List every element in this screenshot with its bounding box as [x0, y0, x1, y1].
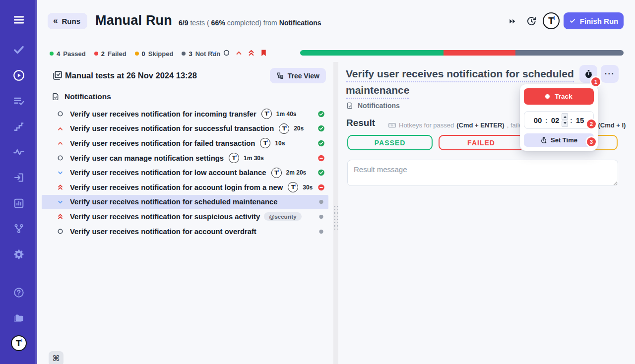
page-title: Manual Run [95, 12, 172, 29]
time-stepper: 00 : 02 : 15 [524, 111, 594, 129]
divider-grip-icon[interactable] [334, 206, 338, 230]
stopwatch-icon [584, 69, 593, 79]
test-title: Verify user receives notification for fa… [70, 139, 255, 147]
set-time-button[interactable]: Set Time [524, 133, 594, 147]
sidebar-gear-icon[interactable] [8, 244, 29, 265]
test-title: Verify user receives notification for lo… [70, 169, 266, 177]
breadcrumb[interactable]: Notifications [346, 102, 400, 110]
result-passed-button[interactable]: PASSED [347, 135, 433, 150]
more-options-button[interactable]: ··· [601, 65, 619, 83]
sidebar-chart-icon[interactable] [8, 193, 29, 214]
test-row[interactable]: Verify user receives notification for fa… [42, 136, 328, 151]
suite-group-label: Notifications [64, 92, 111, 101]
automated-test-icon: T [260, 138, 270, 148]
check-icon [569, 17, 576, 24]
test-row[interactable]: Verify user receives notification for lo… [42, 165, 328, 180]
status-passed-icon [318, 169, 325, 177]
hotkey-segment: (Cmd + ENTER) [456, 121, 504, 129]
main-content: « Runs Manual Run 6/9 tests ( 66% comple… [37, 0, 635, 364]
annotation-badge-2: 2 [587, 120, 596, 128]
automated-test-icon: T [229, 153, 239, 163]
progress-segment-passed [300, 50, 444, 56]
priority-double-caret-up-icon [56, 212, 64, 221]
test-duration: 1m 40s [276, 111, 297, 118]
track-label: Track [555, 93, 572, 100]
sidebar-tlogo-icon[interactable]: T [8, 333, 29, 354]
test-row[interactable]: Verify user receives notification for ac… [42, 180, 328, 195]
result-failed-button[interactable]: FAILED [439, 135, 524, 150]
sidebar-play-circle-icon[interactable] [8, 65, 29, 86]
automated-test-icon: T [288, 182, 298, 192]
sidebar-stairs-icon[interactable] [8, 116, 29, 137]
sidebar-list-check-icon[interactable] [8, 91, 29, 112]
test-duration: 2m 20s [286, 169, 307, 176]
priority-caret-up-icon [56, 124, 64, 133]
test-list-panel: Manual tests at 26 Nov 2024 13:28 Tree V… [37, 62, 333, 364]
finish-run-button[interactable]: Finish Run [564, 12, 624, 29]
back-to-runs-button[interactable]: « Runs [48, 13, 87, 29]
retry-timer-icon[interactable] [525, 15, 537, 27]
back-to-runs-label: Runs [62, 17, 80, 25]
keyboard-icon [388, 121, 396, 129]
status-passed-icon [318, 110, 325, 118]
timer-button[interactable]: 1 [579, 65, 597, 83]
progress-segment-not-run [515, 50, 624, 56]
filter-caret-up-icon[interactable] [235, 49, 243, 57]
status-chip-failed[interactable]: 2Failed [94, 50, 127, 58]
suite-group-header[interactable]: Notifications [51, 92, 111, 101]
sidebar-login-icon[interactable] [8, 167, 29, 188]
run-title: Manual tests at 26 Nov 2024 13:28 [65, 71, 197, 80]
priority-caret-up-icon [56, 139, 64, 148]
test-tag[interactable]: @security [264, 212, 301, 221]
sidebar-help-icon[interactable] [8, 282, 29, 303]
test-row[interactable]: Verify user receives notification for su… [42, 121, 328, 136]
sidebar-branch-icon[interactable] [8, 218, 29, 239]
sidebar-folder-icon[interactable] [8, 307, 29, 328]
test-rows: Verify user receives notification for in… [42, 107, 328, 239]
percent-completed: 66% [211, 19, 225, 27]
result-message-input[interactable] [347, 160, 618, 186]
automated-test-icon: T [279, 123, 289, 134]
panel-divider[interactable] [333, 62, 338, 364]
test-row[interactable]: Verify user receives notification for in… [42, 107, 328, 121]
test-row[interactable]: Verify user receives notification for sc… [42, 195, 328, 210]
sidebar-pulse-icon[interactable] [8, 142, 29, 163]
spinner-down-icon[interactable] [562, 121, 568, 127]
document-check-icon [346, 102, 354, 110]
test-row[interactable]: Verify user receives notification for su… [42, 209, 328, 224]
fast-forward-icon[interactable] [507, 16, 518, 26]
priority-circle-icon [56, 227, 64, 236]
spinner-up-icon[interactable] [562, 113, 568, 120]
breadcrumb-label: Notifications [358, 102, 400, 110]
test-title: Verify user receives notification for in… [70, 110, 256, 118]
annotation-badge-1: 1 [591, 77, 600, 86]
filter-circle-icon[interactable] [222, 49, 231, 57]
sidebar-check-icon[interactable] [8, 39, 29, 60]
test-row[interactable]: Verify user receives notification for ac… [42, 224, 328, 239]
track-time-button[interactable]: Track [524, 88, 594, 105]
set-timer-icon [540, 137, 547, 144]
priority-chevron-down-icon [56, 168, 64, 177]
left-sidebar: T [0, 0, 37, 364]
command-shortcut-button[interactable]: ⌘ [49, 351, 64, 364]
seconds-field[interactable]: 15 [575, 116, 584, 124]
app-window: T « Runs Manual Run 6/9 tests ( 66% comp… [0, 0, 635, 364]
status-passed-icon [318, 139, 325, 147]
status-chip-passed[interactable]: 4Passed [50, 50, 86, 58]
minutes-field[interactable]: 02 [551, 116, 560, 124]
filter-chevron-down-icon[interactable] [210, 49, 218, 57]
result-section-label: Result [346, 118, 375, 128]
run-checklist-icon [52, 70, 63, 81]
filter-double-caret-up-icon[interactable] [247, 49, 255, 57]
sidebar-menu-icon[interactable] [8, 9, 29, 30]
priority-double-caret-up-icon [56, 183, 64, 192]
record-dot-icon [545, 94, 550, 99]
status-summary: 4Passed2Failed0Skipped3Not Run [50, 50, 220, 58]
timer-popup: Track 00 : 02 : 15 Set Time 2 3 [520, 84, 598, 151]
tree-view-button[interactable]: Tree View [270, 68, 326, 83]
hours-field[interactable]: 00 [533, 116, 542, 124]
test-row[interactable]: Verify user can manage notification sett… [42, 151, 328, 166]
filter-bookmark-icon[interactable] [259, 49, 268, 57]
hotkey-segment: Hotkeys for passed [399, 121, 454, 129]
status-chip-skipped[interactable]: 0Skipped [135, 50, 174, 58]
